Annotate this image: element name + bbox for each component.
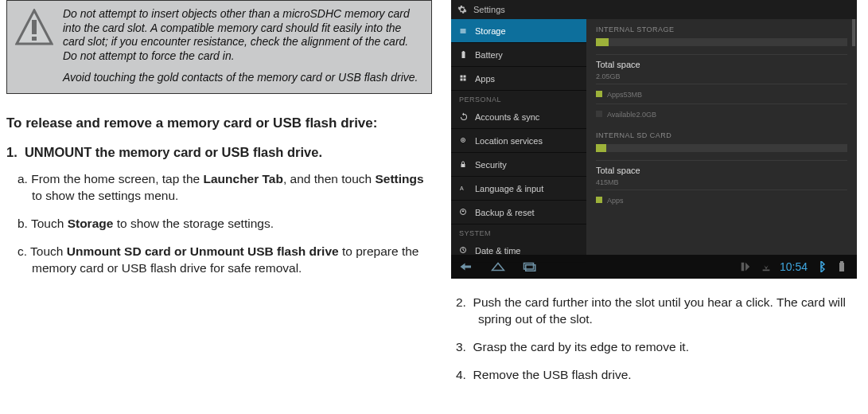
sidebar-section-personal: PERSONAL: [451, 91, 586, 105]
svg-rect-14: [461, 164, 465, 167]
sidebar-item-storage[interactable]: Storage: [451, 19, 586, 43]
apps-icon: [459, 74, 469, 84]
row-sd-apps[interactable]: Apps: [596, 189, 847, 206]
step-3: 3. Grasp the card by its edge to remove …: [451, 339, 862, 356]
language-icon: A: [459, 184, 469, 193]
back-icon[interactable]: [459, 261, 473, 272]
scrollbar-thumb[interactable]: [852, 19, 855, 46]
shot-sidebar: Storage Battery Apps PERSONAL Accounts &…: [451, 19, 586, 255]
bluetooth-icon: [814, 261, 828, 272]
svg-rect-21: [741, 263, 745, 271]
sidebar-item-battery[interactable]: Battery: [451, 43, 586, 67]
backup-icon: [459, 208, 469, 217]
svg-text:A: A: [460, 186, 464, 191]
svg-rect-1: [32, 20, 37, 34]
sidebar-item-date[interactable]: Date & time: [451, 239, 586, 263]
svg-rect-3: [461, 29, 466, 29]
clock-icon: [459, 246, 469, 256]
sidebar-item-location[interactable]: Location services: [451, 129, 586, 153]
storage-icon: [459, 26, 469, 36]
android-settings-screenshot: Settings Storage Battery Apps PERSONAL: [451, 0, 857, 279]
svg-rect-8: [461, 75, 463, 77]
shot-title-bar: Settings: [451, 0, 857, 19]
notif-icon: [738, 261, 753, 272]
lock-icon: [459, 160, 469, 170]
svg-rect-2: [32, 37, 37, 41]
substep-c: c. Touch Unmount SD card or Unmount USB …: [6, 244, 432, 277]
row-sd-total[interactable]: Total space415MB: [596, 160, 847, 189]
svg-rect-22: [763, 270, 770, 271]
svg-rect-9: [464, 75, 466, 77]
shot-main-panel: INTERNAL STORAGE Total space2.05GB Apps5…: [586, 19, 857, 255]
step-4: 4. Remove the USB flash drive.: [451, 367, 862, 384]
svg-rect-23: [839, 263, 844, 271]
sidebar-item-backup[interactable]: Backup & reset: [451, 201, 586, 225]
svg-rect-11: [464, 78, 466, 80]
location-icon: [459, 136, 469, 146]
substep-b: b. Touch Storage to show the storage set…: [6, 216, 432, 232]
row-total-space[interactable]: Total space2.05GB: [596, 54, 847, 84]
svg-rect-24: [840, 261, 843, 263]
sidebar-item-language[interactable]: A Language & input: [451, 177, 586, 201]
svg-rect-6: [462, 52, 465, 58]
row-available[interactable]: Available2.0GB: [596, 104, 847, 123]
step-1: 1. UNMOUNT the memory card or USB flash …: [6, 145, 432, 160]
sidebar-section-system: SYSTEM: [451, 225, 586, 239]
sync-icon: [459, 112, 469, 122]
substep-a: a. From the home screen, tap the Launche…: [6, 171, 432, 205]
svg-point-13: [462, 139, 464, 141]
sidebar-item-apps[interactable]: Apps: [451, 67, 586, 91]
svg-rect-4: [461, 30, 466, 31]
sidebar-item-accounts[interactable]: Accounts & sync: [451, 105, 586, 129]
step-2: 2. Push the card further into the slot u…: [451, 295, 862, 328]
warning-text: Do not attempt to insert objects other t…: [63, 7, 422, 85]
warning-icon: [15, 9, 53, 47]
section-heading: To release and remove a memory card or U…: [6, 115, 432, 133]
svg-rect-10: [461, 78, 463, 80]
battery-icon: [459, 50, 469, 60]
storage-usage-bar-internal: [596, 38, 847, 46]
home-icon[interactable]: [491, 261, 505, 272]
warning-box: Do not attempt to insert objects other t…: [6, 0, 432, 94]
download-icon: [759, 261, 773, 272]
svg-rect-5: [461, 32, 466, 33]
settings-icon: [457, 5, 467, 14]
storage-usage-bar-sd: [596, 144, 847, 152]
battery-status-icon: [835, 261, 849, 272]
sidebar-item-security[interactable]: Security: [451, 153, 586, 177]
svg-rect-7: [463, 51, 465, 52]
svg-marker-17: [462, 209, 465, 212]
clock-time: 10:54: [780, 260, 808, 273]
row-apps[interactable]: Apps53MB: [596, 84, 847, 104]
recent-icon[interactable]: [523, 261, 537, 272]
